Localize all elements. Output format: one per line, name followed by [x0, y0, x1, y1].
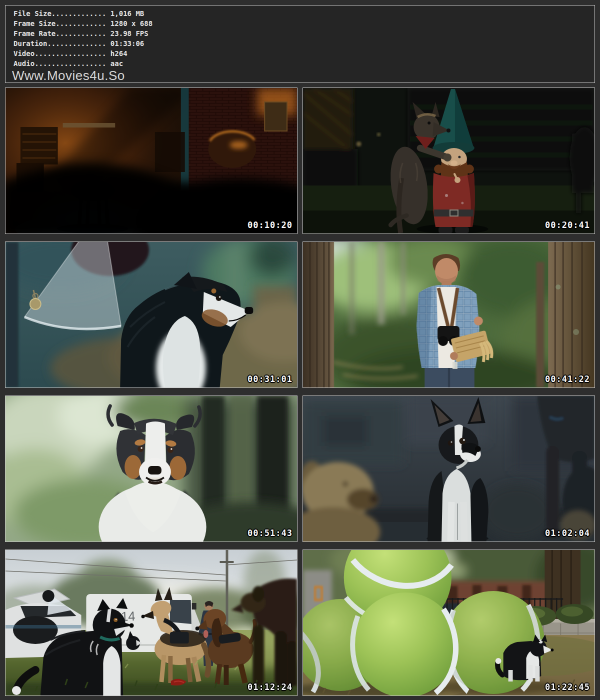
file-info-sheet: File Size.............1,016 MB Frame Siz…	[0, 0, 600, 700]
info-label: Frame Size............	[14, 20, 106, 28]
timestamp: 00:41:22	[545, 374, 590, 384]
screenshot-dog-gnome: 00:20:41	[302, 88, 595, 234]
timestamp: 01:22:45	[545, 682, 590, 692]
media-info-panel: File Size.............1,016 MB Frame Siz…	[5, 5, 595, 83]
info-row-duration: Duration..............01:33:06	[14, 38, 594, 48]
screenshot-grid: 00:10:20	[5, 88, 595, 696]
info-value: 1,016 MB	[106, 10, 144, 18]
info-label: Audio.................	[14, 60, 106, 68]
screenshot-k9-field: 14	[5, 550, 298, 696]
info-row-frame-rate: Frame Rate............23.98 FPS	[14, 28, 594, 38]
timestamp: 00:51:43	[248, 528, 292, 538]
timestamp: 01:02:04	[545, 528, 590, 538]
smiling-aussie-illustration	[6, 396, 297, 542]
dark-alley-illustration	[6, 88, 297, 234]
screenshot-cone-dog-barn: 00:31:01	[5, 242, 298, 388]
boston-terrier-illustration	[303, 396, 594, 542]
info-value: 1280 x 688	[106, 20, 152, 28]
info-value: 23.98 FPS	[106, 30, 148, 38]
info-row-video: Video.................h264	[14, 48, 594, 58]
timestamp: 00:31:01	[248, 374, 292, 384]
info-row-file-size: File Size.............1,016 MB	[14, 8, 594, 18]
screenshot-tennis-balls: 01:22:45	[302, 550, 595, 696]
info-value: h264	[106, 50, 127, 58]
dog-gnome-illustration	[303, 88, 594, 234]
site-watermark: Www.Movies4u.So	[6, 69, 594, 82]
info-value: 01:33:06	[106, 40, 144, 48]
media-info-rows: File Size.............1,016 MB Frame Siz…	[6, 6, 594, 68]
info-row-audio: Audio.................aac	[14, 58, 594, 68]
info-label: Frame Rate............	[14, 30, 106, 38]
tennis-balls-illustration	[303, 550, 594, 696]
timestamp: 00:20:41	[545, 220, 590, 230]
info-row-frame-size: Frame Size............1280 x 688	[14, 18, 594, 28]
info-label: File Size.............	[14, 10, 106, 18]
timestamp: 00:10:20	[248, 220, 292, 230]
screenshot-man-forest: 00:41:22	[302, 242, 595, 388]
info-value: aac	[106, 60, 123, 68]
info-label: Video.................	[14, 50, 106, 58]
screenshot-boston-terrier: 01:02:04	[302, 396, 595, 542]
screenshot-dark-alley: 00:10:20	[5, 88, 298, 234]
screenshot-smiling-aussie: 00:51:43	[5, 396, 298, 542]
cone-dog-illustration	[6, 242, 297, 388]
timestamp: 01:12:24	[248, 682, 292, 692]
k9-field-illustration: 14	[6, 550, 297, 696]
info-label: Duration..............	[14, 40, 106, 48]
man-forest-illustration	[303, 242, 594, 388]
